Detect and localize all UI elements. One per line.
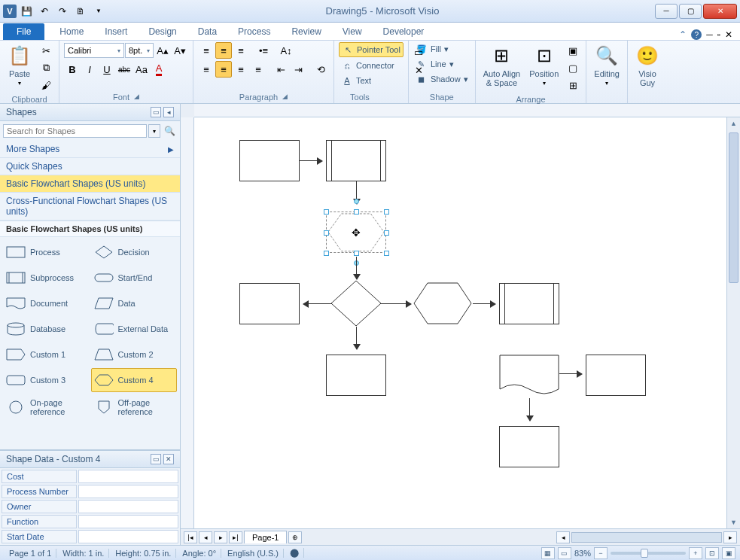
doc-restore-icon[interactable]: ▫ [717, 29, 720, 40]
doc-close-icon[interactable]: ✕ [725, 29, 732, 40]
connector-7[interactable] [356, 327, 357, 349]
strike-button[interactable]: abc [116, 61, 132, 78]
print-preview-icon[interactable]: 🗎 [72, 3, 89, 20]
app-icon[interactable]: V [3, 5, 17, 18]
auto-align-button[interactable]: ⊞ Auto Align & Space [480, 42, 524, 89]
tab-view[interactable]: View [332, 23, 373, 40]
page-width-icon[interactable]: ▭ [558, 547, 571, 559]
connector-8[interactable] [559, 373, 582, 374]
status-page[interactable]: Page 1 of 1 [5, 549, 56, 558]
data-row-owner[interactable]: Owner [2, 500, 77, 513]
align-left-icon[interactable]: ≡ [198, 61, 215, 78]
flowchart-decision-1[interactable] [330, 279, 382, 327]
connector-3[interactable] [356, 257, 357, 279]
shape-off-page-ref[interactable]: Off-page reference [91, 394, 178, 421]
italic-button[interactable]: I [81, 61, 98, 78]
connector-4[interactable] [303, 303, 333, 304]
stencil-cross-functional[interactable]: Cross-Functional Flowchart Shapes (US un… [0, 193, 180, 221]
group-icon[interactable]: ⊞ [565, 77, 581, 93]
presentation-view-icon[interactable]: ▦ [541, 547, 555, 559]
undo-icon[interactable]: ↶ [36, 3, 53, 20]
selected-shape-hexagon[interactable]: ✥ [326, 212, 386, 253]
connector-5[interactable] [381, 303, 411, 304]
save-icon[interactable]: 💾 [18, 3, 35, 20]
underline-button[interactable]: U [99, 61, 115, 78]
bold-button[interactable]: B [64, 61, 81, 78]
close-button[interactable]: ✕ [703, 4, 737, 19]
flowchart-document-1[interactable] [499, 355, 559, 398]
shrink-font-icon[interactable]: A▾ [172, 42, 188, 59]
page-last-icon[interactable]: ▸| [229, 531, 242, 543]
paragraph-dialog-launcher[interactable]: ◢ [282, 93, 288, 102]
fit-page-icon[interactable]: ⊡ [705, 547, 719, 559]
page-tab-1[interactable]: Page-1 [244, 531, 287, 543]
zoom-percent[interactable]: 83% [574, 549, 591, 558]
shape-subprocess[interactable]: Subprocess [3, 266, 90, 290]
quick-shapes-row[interactable]: Quick Shapes [0, 158, 180, 175]
flowchart-process-5[interactable] [499, 426, 559, 467]
tab-home[interactable]: Home [49, 23, 94, 40]
panel-collapse-icon[interactable]: ◂ [163, 107, 174, 117]
zoom-out-icon[interactable]: − [594, 547, 608, 559]
shape-data[interactable]: Data [91, 291, 178, 315]
zoom-in-icon[interactable]: + [689, 547, 702, 559]
shape-start-end[interactable]: Start/End [91, 266, 178, 290]
scroll-thumb[interactable] [729, 132, 738, 283]
insert-page-icon[interactable]: ⊕ [288, 531, 302, 543]
font-name-combo[interactable]: Calibri▾ [64, 43, 124, 58]
minimize-ribbon-icon[interactable]: ⌃ [679, 29, 687, 40]
connector-1[interactable] [300, 160, 322, 161]
change-case-button[interactable]: Aa [133, 61, 150, 78]
text-direction-icon[interactable]: A↕ [278, 42, 294, 59]
drawing-canvas[interactable]: ✥ [194, 117, 726, 528]
shape-external-data[interactable]: External Data [91, 317, 178, 341]
stencil-basic-flowchart[interactable]: Basic Flowchart Shapes (US units) [0, 175, 180, 193]
data-row-process-number[interactable]: Process Number [2, 485, 77, 498]
page-first-icon[interactable]: |◂ [184, 531, 197, 543]
flowchart-subprocess-2[interactable] [499, 283, 559, 324]
zoom-slider[interactable] [611, 552, 686, 555]
qat-dropdown-icon[interactable]: ▼ [90, 3, 107, 20]
cut-icon[interactable]: ✂ [38, 42, 54, 59]
status-language[interactable]: English (U.S.) [223, 549, 284, 558]
hscroll-left-icon[interactable]: ◂ [556, 531, 570, 543]
connection-point-tool-icon[interactable]: ✕ [410, 62, 427, 78]
search-icon[interactable]: 🔍 [162, 124, 177, 138]
flowchart-process-1[interactable] [239, 140, 300, 181]
shape-custom-3[interactable]: Custom 3 [3, 368, 90, 392]
shape-database[interactable]: Database [3, 317, 90, 341]
decrease-indent-icon[interactable]: ⇤ [273, 61, 289, 78]
connector-6[interactable] [473, 303, 495, 304]
align-right-icon[interactable]: ≡ [233, 61, 249, 78]
search-input[interactable] [3, 124, 147, 138]
vertical-scrollbar[interactable]: ▲ ▼ [726, 117, 740, 528]
rectangle-tool-icon[interactable]: ▭ [410, 44, 427, 60]
send-back-icon[interactable]: ▢ [565, 59, 581, 76]
minimize-button[interactable]: ─ [655, 4, 678, 19]
align-center-icon[interactable]: ≡ [215, 61, 232, 78]
data-panel-close-icon[interactable]: ✕ [163, 454, 174, 464]
shape-custom-2[interactable]: Custom 2 [91, 342, 178, 367]
align-top-icon[interactable]: ≡ [198, 42, 215, 59]
shape-decision[interactable]: Decision [91, 240, 178, 264]
doc-minimize-icon[interactable]: ─ [706, 29, 713, 40]
editing-button[interactable]: 🔍 Editing ▾ [591, 42, 623, 88]
hscroll-right-icon[interactable]: ▸ [723, 531, 737, 543]
file-tab[interactable]: File [3, 23, 44, 40]
data-row-start-date[interactable]: Start Date [2, 530, 77, 543]
connector-tool-button[interactable]: ⎌ Connector [339, 59, 397, 72]
shape-document[interactable]: Document [3, 291, 90, 315]
horizontal-scrollbar[interactable] [571, 532, 722, 543]
format-painter-icon[interactable]: 🖌 [38, 77, 54, 93]
panel-maximize-icon[interactable]: ▭ [151, 107, 161, 117]
search-dropdown-icon[interactable]: ▾ [148, 124, 160, 138]
align-middle-icon[interactable]: ≡ [215, 42, 232, 59]
more-shapes-row[interactable]: More Shapes▶ [0, 141, 180, 158]
scroll-down-icon[interactable]: ▼ [727, 516, 740, 528]
data-row-function[interactable]: Function [2, 515, 77, 528]
flowchart-hexagon-1[interactable] [413, 282, 473, 325]
font-size-combo[interactable]: 8pt.▾ [125, 43, 154, 58]
page-next-icon[interactable]: ▸ [214, 531, 227, 543]
align-bottom-icon[interactable]: ≡ [233, 42, 249, 59]
bring-front-icon[interactable]: ▣ [565, 42, 581, 59]
